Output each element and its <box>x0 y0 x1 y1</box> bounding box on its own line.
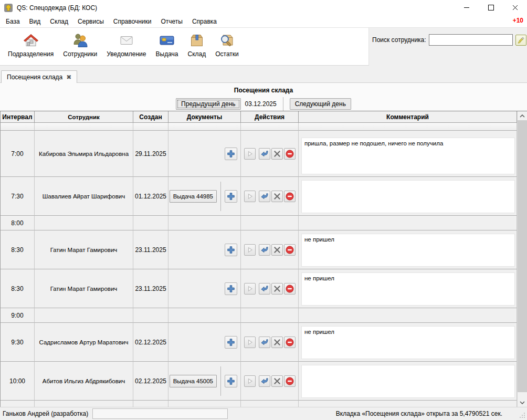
document-button[interactable]: Выдача 45005 <box>170 375 217 387</box>
created-cell <box>133 308 168 323</box>
cancel-button[interactable] <box>284 337 296 348</box>
delete-button[interactable] <box>271 283 283 295</box>
comment-input[interactable]: не пришел <box>301 234 515 267</box>
comment-input[interactable]: пришла, размер не подошел, ничего не пол… <box>301 138 515 174</box>
menu-base[interactable]: База <box>1 16 25 27</box>
cancel-button[interactable] <box>284 375 296 387</box>
plus-icon <box>227 377 235 385</box>
scroll-down-button[interactable] <box>518 398 527 407</box>
table-row: 8:30 Гатин Марат Гамирович 23.11.2025 <box>1 230 517 269</box>
created-cell: 23.11.2025 <box>133 269 168 308</box>
menu-help[interactable]: Справка <box>187 16 222 27</box>
documents-cell <box>168 216 241 230</box>
scrollbar-track[interactable] <box>518 120 527 398</box>
play-button[interactable] <box>244 244 256 256</box>
add-document-button[interactable] <box>225 282 237 295</box>
notification-button[interactable]: Уведомление <box>102 30 151 59</box>
return-button[interactable] <box>259 148 270 160</box>
actions-cell <box>241 362 299 401</box>
play-button[interactable] <box>244 375 256 387</box>
comment-cell: не пришел <box>299 269 517 308</box>
comment-cell <box>299 308 517 323</box>
menu-view[interactable]: Вид <box>25 16 46 27</box>
add-document-button[interactable] <box>225 244 237 256</box>
comment-input[interactable]: не пришел <box>301 326 515 359</box>
block-icon <box>286 285 294 293</box>
delete-button[interactable] <box>271 375 283 387</box>
add-document-button[interactable] <box>225 375 237 387</box>
close-button[interactable] <box>503 0 527 15</box>
resize-grip-icon[interactable] <box>519 412 525 418</box>
cancel-button[interactable] <box>284 244 296 256</box>
comment-input[interactable] <box>301 365 515 398</box>
table-row: 8:30 Гатин Марат Гамирович 23.11.2025 <box>1 269 517 308</box>
delete-button[interactable] <box>271 244 283 256</box>
status-progress-box <box>92 408 228 419</box>
add-document-button[interactable] <box>225 148 237 160</box>
menu-services[interactable]: Сервисы <box>73 16 109 27</box>
play-button[interactable] <box>244 191 256 202</box>
minimize-icon <box>464 7 469 8</box>
block-icon <box>286 377 294 385</box>
departments-button[interactable]: Подразделения <box>3 30 58 59</box>
employees-button[interactable]: Сотрудники <box>58 30 102 59</box>
x-icon <box>274 339 280 345</box>
delete-button[interactable] <box>271 191 283 202</box>
delete-button[interactable] <box>271 148 283 160</box>
add-document-button[interactable] <box>225 190 237 203</box>
play-button[interactable] <box>244 283 256 295</box>
minimize-button[interactable] <box>455 0 479 15</box>
play-icon <box>247 151 253 157</box>
cancel-button[interactable] <box>284 148 296 160</box>
visits-table: Интервал Сотрудник Создан Документы Дейс… <box>0 111 527 407</box>
header-documents: Документы <box>168 111 241 123</box>
x-icon <box>274 378 280 384</box>
tab-bar: Посещения склада ✖ <box>0 69 527 83</box>
x-icon <box>274 193 280 200</box>
actions-cell <box>241 401 299 407</box>
clear-search-button[interactable] <box>515 35 526 46</box>
menu-references[interactable]: Справочники <box>109 16 156 27</box>
toolbar-panel: Подразделения Сотрудники Уведомление <box>0 28 369 66</box>
home-icon <box>23 32 39 49</box>
play-button[interactable] <box>244 148 256 160</box>
comment-input[interactable]: не пришел <box>301 272 515 306</box>
tab-close-icon[interactable]: ✖ <box>66 75 71 80</box>
return-button[interactable] <box>259 375 270 387</box>
search-label: Поиск сотрудника: <box>372 36 426 44</box>
play-icon <box>247 339 253 345</box>
comment-input[interactable] <box>301 180 515 213</box>
search-input[interactable] <box>429 34 513 46</box>
chevron-down-icon <box>520 401 525 404</box>
play-button[interactable] <box>244 337 256 348</box>
menu-warehouse[interactable]: Склад <box>45 16 73 27</box>
remainders-button[interactable]: Остатки <box>210 30 244 59</box>
toolbar-label: Уведомление <box>107 50 146 58</box>
scrollbar-thumb[interactable] <box>518 120 527 392</box>
divider <box>220 182 221 211</box>
add-document-button[interactable] <box>225 336 237 349</box>
warehouse-button[interactable]: Склад <box>183 30 210 59</box>
previous-day-button[interactable]: Предыдущий день <box>176 98 241 110</box>
documents-cell: Выдача 45005 <box>168 362 241 401</box>
filter-row <box>1 123 517 131</box>
cancel-button[interactable] <box>284 191 296 202</box>
created-cell: 23.11.2025 <box>133 230 168 269</box>
actions-cell <box>241 269 299 308</box>
issue-button[interactable]: Выдача <box>151 30 183 59</box>
delete-button[interactable] <box>271 337 283 348</box>
document-button[interactable]: Выдача 44985 <box>170 190 217 203</box>
documents-cell <box>168 308 241 323</box>
cancel-button[interactable] <box>284 283 296 295</box>
tab-warehouse-visits[interactable]: Посещения склада ✖ <box>1 70 77 83</box>
vertical-scrollbar[interactable] <box>517 111 527 407</box>
scroll-up-button[interactable] <box>518 111 527 120</box>
return-button[interactable] <box>259 283 270 295</box>
maximize-button[interactable] <box>479 0 503 15</box>
comment-cell <box>299 216 517 230</box>
next-day-button[interactable]: Следующий день <box>290 98 351 110</box>
return-button[interactable] <box>259 191 270 202</box>
return-button[interactable] <box>259 244 270 256</box>
return-button[interactable] <box>259 337 270 348</box>
menu-reports[interactable]: Отчеты <box>156 16 187 27</box>
